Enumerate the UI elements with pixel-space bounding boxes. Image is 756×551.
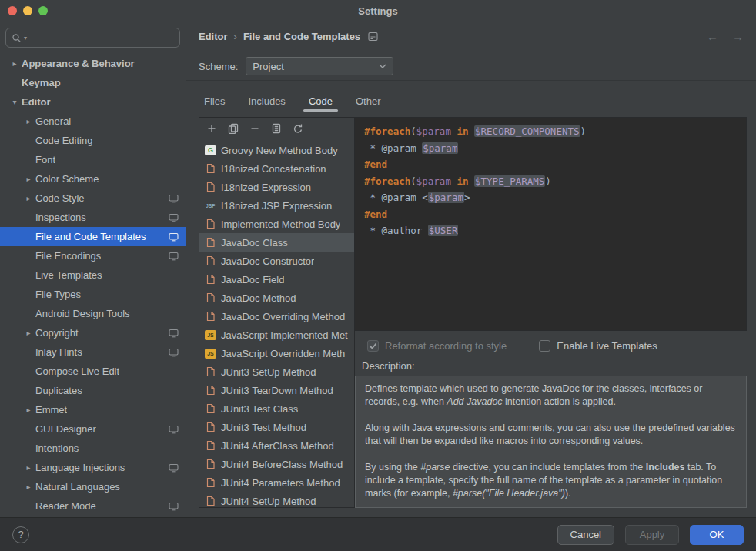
live-templates-option[interactable]: Enable Live Templates — [539, 340, 657, 352]
per-project-settings-icon — [169, 252, 179, 261]
help-button[interactable]: ? — [12, 526, 29, 543]
template-item-javascript-implemented-met[interactable]: JSJavaScript Implemented Met — [199, 326, 354, 344]
sidebar-item-code-editing[interactable]: Code Editing — [0, 131, 186, 150]
sidebar-item-copyright[interactable]: ▸Copyright — [0, 323, 186, 342]
apply-button[interactable]: Apply — [625, 525, 679, 545]
tab-files[interactable]: Files — [192, 95, 236, 117]
sidebar-item-inspections[interactable]: Inspections — [0, 208, 186, 227]
template-item-groovy-new-method-body[interactable]: GGroovy New Method Body — [199, 141, 354, 159]
ok-button[interactable]: OK — [690, 525, 744, 545]
template-item-junit4-beforeclass-method[interactable]: JUnit4 BeforeClass Method — [199, 455, 354, 473]
template-item-implemented-method-body[interactable]: Implemented Method Body — [199, 215, 354, 233]
template-item-javadoc-class[interactable]: JavaDoc Class — [199, 233, 354, 252]
remove-template-button[interactable] — [246, 120, 264, 137]
template-item-i18nized-jsp-expression[interactable]: JSPI18nized JSP Expression — [199, 196, 354, 215]
template-item-label: I18nized JSP Expression — [221, 200, 332, 212]
template-file-icon — [205, 440, 216, 451]
chevron-right-icon[interactable]: ▸ — [22, 194, 35, 202]
close-button[interactable] — [8, 6, 17, 15]
sidebar-item-label: GUI Designer — [35, 423, 96, 435]
template-item-junit3-teardown-method[interactable]: JUnit3 TearDown Method — [199, 381, 354, 399]
template-item-label: I18nized Expression — [221, 182, 311, 193]
template-item-javadoc-overriding-method[interactable]: JavaDoc Overriding Method — [199, 307, 354, 326]
sidebar-item-emmet[interactable]: ▸Emmet — [0, 400, 186, 419]
template-item-junit3-setup-method[interactable]: JUnit3 SetUp Method — [199, 362, 354, 381]
template-editor[interactable]: #foreach($param in $RECORD_COMPONENTS) *… — [355, 117, 747, 331]
search-history-chevron-icon[interactable]: ▾ — [24, 35, 27, 42]
per-project-settings-icon — [169, 463, 179, 473]
sidebar-item-duplicates[interactable]: Duplicates — [0, 381, 186, 400]
per-project-settings-icon — [169, 502, 179, 511]
sidebar-item-label: Font — [35, 154, 55, 165]
template-file-icon — [205, 163, 216, 174]
sidebar-item-label: Emmet — [35, 404, 67, 416]
sidebar-item-gui-designer[interactable]: GUI Designer — [0, 419, 186, 439]
template-item-javadoc-constructor[interactable]: JavaDoc Constructor — [199, 252, 354, 270]
scheme-select[interactable]: Project — [246, 57, 393, 75]
breadcrumb-item-file-and-code-templates[interactable]: File and Code Templates — [243, 31, 360, 42]
sidebar-item-compose-live-edit[interactable]: Compose Live Edit — [0, 362, 186, 381]
reformat-checkbox[interactable] — [367, 340, 379, 352]
tab-other[interactable]: Other — [344, 95, 393, 117]
template-item-junit3-test-method[interactable]: JUnit3 Test Method — [199, 418, 354, 436]
template-item-label: JUnit4 SetUp Method — [221, 496, 316, 507]
reformat-option[interactable]: Reformat according to style — [367, 340, 507, 352]
chevron-right-icon[interactable]: ▸ — [22, 463, 35, 472]
sidebar-item-language-injections[interactable]: ▸Language Injections — [0, 458, 186, 477]
copy-template-button[interactable] — [224, 120, 243, 137]
add-template-button[interactable] — [202, 120, 221, 137]
template-item-javascript-overridden-meth[interactable]: JSJavaScript Overridden Meth — [199, 344, 354, 362]
breadcrumb-item-editor[interactable]: Editor — [199, 31, 228, 42]
chevron-right-icon[interactable]: ▸ — [22, 483, 35, 491]
fullscreen-button[interactable] — [38, 6, 48, 15]
chevron-right-icon[interactable]: ▸ — [8, 59, 22, 68]
sidebar-item-color-scheme[interactable]: ▸Color Scheme — [0, 169, 186, 189]
tab-includes[interactable]: Includes — [236, 95, 296, 117]
template-item-junit4-setup-method[interactable]: JUnit4 SetUp Method — [199, 492, 354, 507]
sidebar-item-reader-mode[interactable]: Reader Mode — [0, 496, 186, 516]
chevron-right-icon[interactable]: ▸ — [22, 117, 35, 125]
cancel-button[interactable]: Cancel — [557, 525, 614, 545]
sidebar-item-natural-languages[interactable]: ▸Natural Languages — [0, 477, 186, 496]
template-item-junit3-test-class[interactable]: JUnit3 Test Class — [199, 399, 354, 418]
template-item-javadoc-method[interactable]: JavaDoc Method — [199, 289, 354, 307]
sidebar-item-file-types[interactable]: File Types — [0, 285, 186, 304]
live-templates-checkbox[interactable] — [539, 340, 550, 352]
sidebar-item-keymap[interactable]: Keymap — [0, 73, 186, 92]
sidebar-item-inlay-hints[interactable]: Inlay Hints — [0, 342, 186, 362]
minimize-button[interactable] — [23, 6, 32, 15]
settings-tree: ▸Appearance & BehaviorKeymap▾Editor▸Gene… — [0, 54, 186, 517]
duplicate-template-button[interactable] — [267, 120, 286, 137]
sidebar-item-font[interactable]: Font — [0, 150, 186, 169]
forward-button[interactable]: → — [732, 30, 744, 43]
breadcrumb-menu-icon[interactable] — [368, 32, 378, 42]
sidebar-item-intentions[interactable]: Intentions — [0, 439, 186, 458]
sidebar-item-label: Appearance & Behavior — [22, 58, 135, 69]
settings-search-input[interactable] — [29, 32, 174, 44]
sidebar-item-appearance-behavior[interactable]: ▸Appearance & Behavior — [0, 54, 186, 73]
tab-code[interactable]: Code — [297, 95, 344, 117]
template-item-i18nized-expression[interactable]: I18nized Expression — [199, 178, 354, 196]
sidebar-item-editor[interactable]: ▾Editor — [0, 92, 186, 112]
sidebar-item-android-design-tools[interactable]: Android Design Tools — [0, 304, 186, 323]
sidebar-item-general[interactable]: ▸General — [0, 112, 186, 131]
sidebar-item-code-style[interactable]: ▸Code Style — [0, 189, 186, 208]
back-button[interactable]: ← — [707, 30, 718, 43]
template-item-label: JavaScript Overridden Meth — [221, 348, 345, 359]
sidebar-item-file-and-code-templates[interactable]: File and Code Templates — [0, 227, 186, 246]
code-line: #foreach($param in $RECORD_COMPONENTS) — [364, 123, 737, 140]
template-item-i18nized-concatenation[interactable]: I18nized Concatenation — [199, 159, 354, 178]
chevron-down-icon[interactable]: ▾ — [8, 98, 22, 106]
template-item-junit4-afterclass-method[interactable]: JUnit4 AfterClass Method — [199, 436, 354, 455]
chevron-right-icon[interactable]: ▸ — [22, 406, 35, 414]
chevron-right-icon[interactable]: ▸ — [22, 175, 35, 183]
sidebar-item-file-encodings[interactable]: File Encodings — [0, 246, 186, 265]
sidebar-item-label: File Types — [35, 289, 81, 300]
sidebar-item-label: Code Editing — [35, 135, 92, 146]
search-box[interactable]: ▾ — [5, 28, 180, 48]
sidebar-item-live-templates[interactable]: Live Templates — [0, 265, 186, 285]
chevron-right-icon[interactable]: ▸ — [22, 329, 35, 337]
template-item-junit4-parameters-method[interactable]: JUnit4 Parameters Method — [199, 473, 354, 492]
template-item-javadoc-field[interactable]: JavaDoc Field — [199, 270, 354, 289]
reset-template-button[interactable] — [289, 120, 307, 137]
